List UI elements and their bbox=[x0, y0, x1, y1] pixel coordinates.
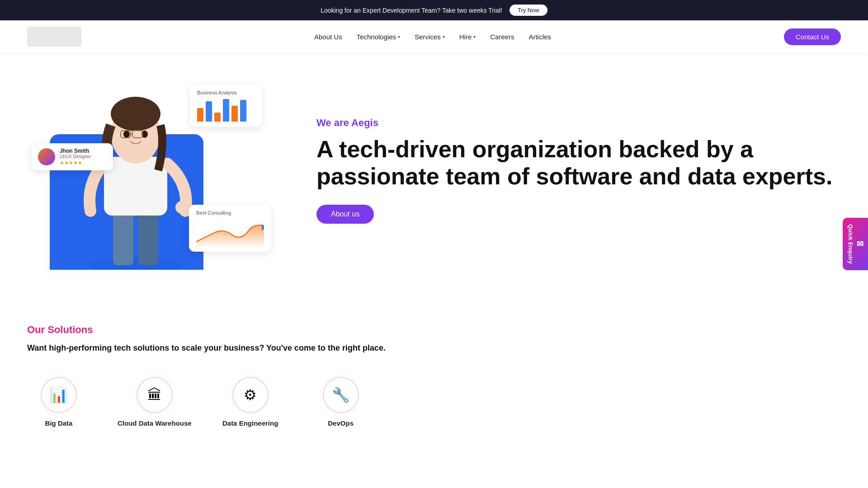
hero-content: We are Aegis A tech-driven organization … bbox=[280, 117, 841, 224]
bar bbox=[206, 101, 212, 122]
nav-link-articles[interactable]: Articles bbox=[529, 33, 551, 41]
chevron-down-icon: ▾ bbox=[473, 34, 476, 39]
nav-item-about[interactable]: About Us bbox=[314, 33, 342, 41]
nav-item-services[interactable]: Services ▾ bbox=[415, 33, 445, 41]
analysis-card-title: Business Analysis bbox=[197, 90, 255, 95]
about-us-button[interactable]: About us bbox=[316, 205, 374, 224]
quick-enquiry-label: Quick Enquiry bbox=[847, 224, 854, 264]
bar bbox=[223, 99, 229, 122]
bar bbox=[240, 100, 246, 122]
contact-us-button[interactable]: Contact Us bbox=[784, 28, 841, 45]
nav-link-services[interactable]: Services ▾ bbox=[415, 33, 445, 41]
nav-link-hire[interactable]: Hire ▾ bbox=[459, 33, 476, 41]
solution-item[interactable]: ⚙ Data Engineering bbox=[219, 377, 282, 427]
solution-item[interactable]: 🏛 Cloud Data Warehouse bbox=[118, 377, 192, 427]
bar-chart bbox=[197, 99, 255, 122]
consulting-card: Best Consulting bbox=[189, 205, 271, 252]
logo[interactable] bbox=[27, 27, 81, 47]
bar bbox=[214, 113, 221, 122]
person-stars: ★★★★★ bbox=[60, 160, 91, 166]
svg-point-0 bbox=[90, 256, 181, 270]
try-now-button[interactable]: Try Now bbox=[509, 5, 547, 16]
avatar bbox=[38, 148, 55, 165]
nav-item-hire[interactable]: Hire ▾ bbox=[459, 33, 476, 41]
solution-label: Big Data bbox=[45, 419, 73, 427]
solution-label: Data Engineering bbox=[222, 419, 278, 427]
solution-icon: 🏛 bbox=[137, 377, 173, 413]
mail-icon: ✉ bbox=[857, 239, 863, 249]
solution-icon: 📊 bbox=[41, 377, 77, 413]
svg-point-7 bbox=[123, 131, 130, 138]
bar bbox=[231, 106, 238, 122]
solution-label: DevOps bbox=[328, 419, 354, 427]
nav-link-careers[interactable]: Careers bbox=[490, 33, 514, 41]
nav-item-articles[interactable]: Articles bbox=[529, 33, 551, 41]
consulting-card-title: Best Consulting bbox=[196, 210, 264, 216]
solutions-section: Our Solutions Want high-performing tech … bbox=[0, 297, 868, 445]
solutions-description: Want high-performing tech solutions to s… bbox=[27, 342, 434, 354]
navbar: About Us Technologies ▾ Services ▾ Hire … bbox=[0, 20, 868, 53]
svg-point-12 bbox=[175, 201, 188, 214]
solutions-grid: 📊 Big Data 🏛 Cloud Data Warehouse ⚙ Data… bbox=[27, 377, 841, 427]
chevron-down-icon: ▾ bbox=[398, 34, 400, 39]
nav-link-about[interactable]: About Us bbox=[314, 33, 342, 41]
bar bbox=[197, 108, 203, 122]
area-chart bbox=[196, 219, 264, 246]
solutions-tag: Our Solutions bbox=[27, 324, 841, 336]
banner-text: Looking for an Expert Development Team? … bbox=[321, 7, 502, 14]
hero-title: A tech-driven organization backed by a p… bbox=[316, 136, 841, 190]
solution-item[interactable]: 📊 Big Data bbox=[27, 377, 90, 427]
person-card: Jhon Smith UI/UX Designer ★★★★★ bbox=[32, 143, 113, 170]
person-illustration bbox=[63, 80, 208, 270]
nav-item-careers[interactable]: Careers bbox=[490, 33, 514, 41]
solution-icon: ⚙ bbox=[232, 377, 269, 413]
top-banner: Looking for an Expert Development Team? … bbox=[0, 0, 868, 20]
svg-marker-14 bbox=[262, 224, 264, 230]
hero-tag: We are Aegis bbox=[316, 117, 841, 129]
nav-link-technologies[interactable]: Technologies ▾ bbox=[357, 33, 401, 41]
solution-icon: 🔧 bbox=[323, 377, 359, 413]
chevron-down-icon: ▾ bbox=[443, 34, 445, 39]
quick-enquiry-button[interactable]: ✉ Quick Enquiry bbox=[843, 218, 868, 270]
analysis-card: Business Analysis bbox=[190, 84, 262, 127]
hero-illustration: Jhon Smith UI/UX Designer ★★★★★ Business… bbox=[27, 71, 280, 270]
svg-point-6 bbox=[111, 97, 160, 131]
nav-links: About Us Technologies ▾ Services ▾ Hire … bbox=[314, 33, 551, 41]
hero-image-wrapper: Jhon Smith UI/UX Designer ★★★★★ Business… bbox=[27, 71, 271, 270]
person-role: UI/UX Designer bbox=[60, 154, 91, 159]
solution-label: Cloud Data Warehouse bbox=[118, 419, 192, 427]
hero-section: Jhon Smith UI/UX Designer ★★★★★ Business… bbox=[0, 53, 868, 297]
nav-item-technologies[interactable]: Technologies ▾ bbox=[357, 33, 401, 41]
person-name: Jhon Smith bbox=[60, 148, 91, 154]
solution-item[interactable]: 🔧 DevOps bbox=[309, 377, 373, 427]
person-card-info: Jhon Smith UI/UX Designer ★★★★★ bbox=[60, 148, 91, 166]
